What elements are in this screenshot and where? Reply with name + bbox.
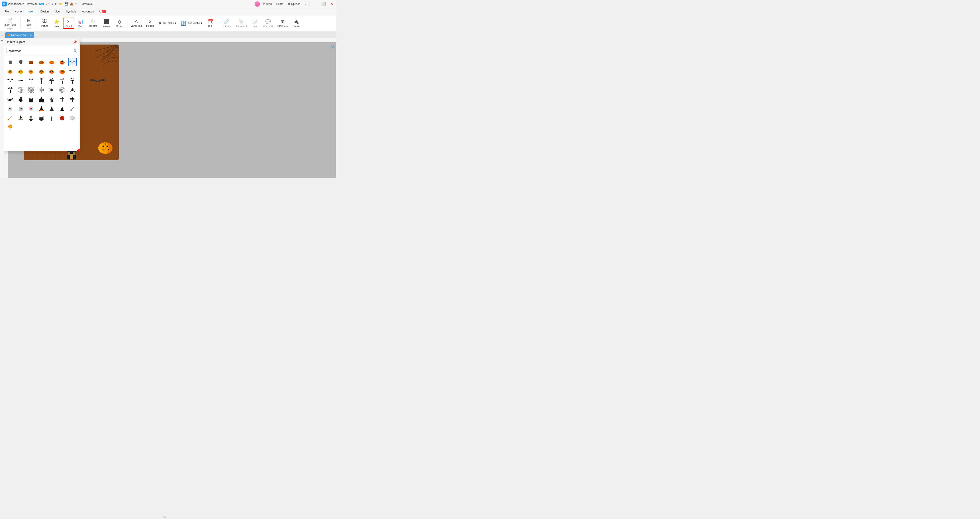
- timeline-button[interactable]: ⏱ Timeline: [87, 18, 99, 28]
- clipart-pumpkin4[interactable]: [58, 58, 66, 66]
- publish-button[interactable]: Publish: [262, 2, 273, 6]
- picture-button[interactable]: 🖼 Picture: [39, 18, 50, 28]
- note-button[interactable]: 📝 Note: [250, 18, 261, 28]
- options-button[interactable]: ⚙ Options: [286, 2, 302, 6]
- clipart-spider1[interactable]: [48, 86, 56, 94]
- clipart-pumpkin-sm1[interactable]: [6, 67, 14, 76]
- clipart-witch-hat2[interactable]: [48, 105, 56, 113]
- help-button[interactable]: ?: [303, 2, 308, 6]
- canvas-area[interactable]: -160 -140 -120 -100: [4, 38, 336, 178]
- clipart-witch-figure1[interactable]: [27, 114, 35, 122]
- clipart-cauldron[interactable]: [37, 114, 46, 122]
- container-button[interactable]: ⬛ Container: [100, 18, 113, 28]
- clipart-spiderweb3[interactable]: [37, 86, 46, 94]
- clipart-search-input[interactable]: [6, 48, 72, 54]
- clipart-dead-tree1[interactable]: [27, 76, 35, 85]
- chart-button[interactable]: 📊 Chart: [75, 18, 86, 28]
- clipart-cross2[interactable]: [68, 95, 76, 103]
- share-button[interactable]: Share: [275, 2, 285, 6]
- page-number-button[interactable]: 🔢 Page Number ▾: [179, 20, 204, 27]
- collapse-button[interactable]: ⟨⟩: [3, 35, 5, 38]
- plugin-button[interactable]: 🔌 Plug-in: [290, 18, 302, 28]
- clipart-dead-tree5[interactable]: [68, 76, 76, 85]
- clipart-castle2[interactable]: [37, 95, 46, 103]
- clipart-button[interactable]: ✂ Clipart: [63, 17, 74, 29]
- user-avatar[interactable]: [255, 2, 260, 7]
- close-button[interactable]: ✕: [329, 2, 334, 6]
- active-tab[interactable]: halloween-par... ✕: [5, 32, 34, 38]
- date-button[interactable]: 📅 Date: [205, 18, 216, 28]
- blank-page-button[interactable]: 📄 Blank Page: [3, 17, 18, 27]
- clipart-spider2[interactable]: [68, 86, 76, 94]
- clipart-pumpkin3[interactable]: [48, 58, 56, 66]
- toggle-panel-button[interactable]: ▶: [1, 39, 3, 42]
- attachment-button[interactable]: 📎 Attachment: [234, 18, 249, 28]
- shape-button[interactable]: ◇ Shape: [114, 18, 125, 28]
- clipart-bat2[interactable]: [6, 76, 14, 85]
- clipart-dead-tree2[interactable]: [37, 76, 46, 85]
- vector-text-button[interactable]: A Vector Text: [129, 18, 143, 28]
- clipart-lollipop[interactable]: [6, 123, 14, 132]
- ai-button[interactable]: AI hot: [97, 9, 108, 14]
- clipart-bat-selected[interactable]: [68, 58, 76, 66]
- clipart-witch-flying[interactable]: [16, 114, 25, 122]
- clipart-dead-tree6[interactable]: [6, 86, 14, 94]
- tab-close-button[interactable]: ✕: [30, 34, 32, 36]
- comment-button[interactable]: 💬 Comment: [261, 18, 275, 28]
- menu-advanced[interactable]: Advanced: [80, 9, 97, 14]
- font-symbol-button[interactable]: # Font Symbol ▾: [157, 20, 178, 27]
- hyperlink-button[interactable]: 🔗 Hyperlink: [220, 18, 233, 28]
- menu-design[interactable]: Design: [38, 9, 51, 14]
- open-button[interactable]: 📂: [59, 2, 64, 6]
- table-button[interactable]: ⊞ Table: [23, 17, 34, 27]
- clipart-broom-stick[interactable]: [68, 105, 76, 113]
- menu-view[interactable]: View: [52, 9, 63, 14]
- more-button[interactable]: ▾: [75, 2, 78, 6]
- formula-button[interactable]: Σ Formula: [144, 18, 156, 28]
- redo-button[interactable]: ↪: [50, 2, 54, 6]
- clipart-bat1[interactable]: [68, 67, 76, 76]
- clipart-ghost2[interactable]: [16, 105, 25, 113]
- icon-button[interactable]: ⭐ Icon: [51, 18, 62, 28]
- clipart-mask-face[interactable]: [68, 114, 76, 122]
- page-number-dropdown[interactable]: ▾: [201, 21, 202, 25]
- maximize-button[interactable]: ⬜: [320, 2, 327, 6]
- export-button[interactable]: 📤: [69, 2, 74, 6]
- clipart-witch-hat3[interactable]: [58, 105, 66, 113]
- pin-button[interactable]: 📌: [73, 40, 77, 44]
- add-tab-button[interactable]: +: [34, 32, 40, 38]
- clipart-pumpkin1[interactable]: [27, 58, 35, 66]
- clipart-witch-hat1[interactable]: [37, 105, 46, 113]
- menu-insert[interactable]: Insert: [25, 9, 37, 14]
- clipart-dead-tree4[interactable]: [58, 76, 66, 85]
- save-button[interactable]: 💾: [64, 2, 69, 6]
- font-symbol-dropdown[interactable]: ▾: [175, 21, 176, 25]
- clipart-pumpkin-grin[interactable]: [27, 67, 35, 76]
- clipart-coffin[interactable]: [16, 58, 25, 66]
- clipart-pumpkin-face2[interactable]: [48, 67, 56, 76]
- undo-button[interactable]: ↩: [45, 2, 49, 6]
- minimize-button[interactable]: —: [312, 2, 318, 6]
- clipart-pumpkin-evil[interactable]: [16, 67, 25, 76]
- clipart-cross1[interactable]: [58, 95, 66, 103]
- clipart-pumpkin-face3[interactable]: [58, 67, 66, 76]
- menu-symbols[interactable]: Symbols: [64, 9, 79, 14]
- clipart-devil-face[interactable]: [58, 114, 66, 122]
- clipart-claws[interactable]: [48, 95, 56, 103]
- menu-file[interactable]: File: [2, 9, 11, 14]
- clipart-mustache[interactable]: [16, 76, 25, 85]
- clipart-pumpkin-face[interactable]: [37, 67, 46, 76]
- clipart-pumpkin2[interactable]: [37, 58, 46, 66]
- search-icon[interactable]: 🔍: [73, 49, 77, 53]
- clipart-dead-tree3[interactable]: [48, 76, 56, 85]
- clipart-lipstick[interactable]: [48, 114, 56, 122]
- clipart-castle1[interactable]: [27, 95, 35, 103]
- clipart-spiderweb1[interactable]: [16, 86, 25, 94]
- new-button[interactable]: ⊕: [54, 2, 58, 6]
- clipart-spider3[interactable]: [6, 95, 14, 103]
- clipart-broom2[interactable]: [6, 114, 14, 122]
- clipart-spider-web[interactable]: [58, 86, 66, 94]
- clipart-spiderweb2[interactable]: [27, 86, 35, 94]
- clipart-black-cat[interactable]: [16, 95, 25, 103]
- clipart-ghost1[interactable]: [6, 105, 14, 113]
